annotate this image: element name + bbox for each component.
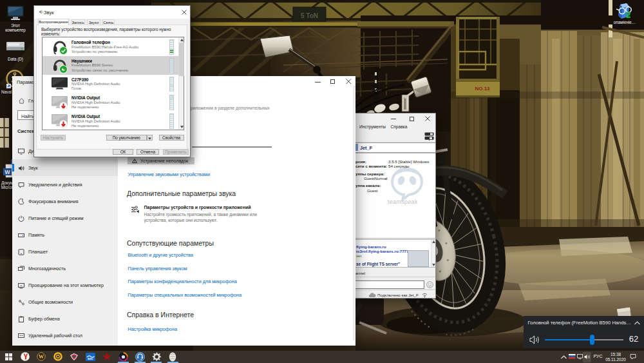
svg-text:W: W (5, 169, 10, 175)
svg-text:БКС: БКС (88, 357, 93, 360)
svg-text:W: W (39, 353, 44, 360)
